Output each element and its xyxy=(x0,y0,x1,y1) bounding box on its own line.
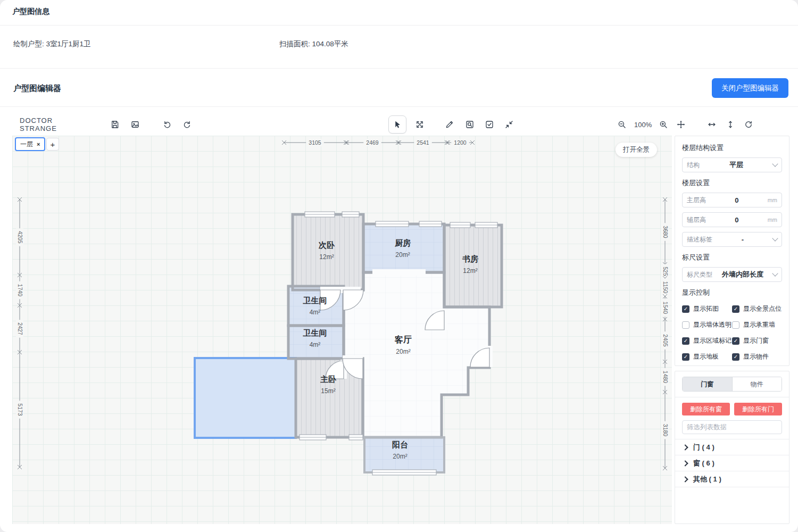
close-tab-icon[interactable]: × xyxy=(37,141,40,147)
panel-tab-active[interactable]: 门窗 xyxy=(683,377,732,391)
main-height-input[interactable]: 主层高 0 mm xyxy=(682,193,782,207)
checkbox-unchecked-icon[interactable] xyxy=(732,321,739,329)
zoom-in-icon[interactable] xyxy=(659,120,668,129)
aux-height-input[interactable]: 辅层高 0 mm xyxy=(682,212,782,227)
display-checkbox[interactable]: ✓显示门窗 xyxy=(732,336,782,345)
checkbox-label: 显示区域标记 xyxy=(693,336,732,345)
field-value: 0 xyxy=(706,216,768,224)
zoom-area-icon[interactable] xyxy=(465,120,475,129)
pencil-icon xyxy=(445,120,454,129)
dimension-label-group: 5173 xyxy=(16,401,23,419)
description-tag-select[interactable]: 描述标签 - xyxy=(682,232,782,247)
cursor-icon[interactable] xyxy=(388,115,406,134)
checkbox-checked-icon[interactable]: ✓ xyxy=(682,305,689,313)
room-area-label: 4m² xyxy=(310,341,321,348)
redo-icon[interactable] xyxy=(182,120,192,129)
pencil-icon[interactable] xyxy=(445,120,454,129)
display-checkbox[interactable]: ✓显示物件 xyxy=(732,352,782,361)
display-checkbox[interactable]: 显示墙体透明 xyxy=(682,320,732,329)
ruler-type-select[interactable]: 标尺类型 外墙内部长度 xyxy=(682,267,782,282)
move-icon xyxy=(415,120,425,129)
checkbox-checked-icon[interactable]: ✓ xyxy=(682,337,689,345)
checkbox-label: 显示门窗 xyxy=(743,336,769,345)
checkbox-label: 显示地板 xyxy=(693,352,719,361)
chevron-down-icon xyxy=(772,235,778,241)
display-checkbox[interactable]: ✓显示拓图 xyxy=(682,304,732,313)
resize-horizontal-icon xyxy=(707,120,717,129)
dimension-label-group: 4205 xyxy=(16,228,23,246)
display-checkbox[interactable]: ✓显示地板 xyxy=(682,352,732,361)
room-floor[interactable] xyxy=(363,224,444,272)
room-name-label: 卫生间 xyxy=(303,296,327,305)
display-checkbox[interactable]: ✓显示全景点位 xyxy=(732,304,782,313)
object-group-label: 其他 ( 1 ) xyxy=(693,475,721,484)
display-checkbox[interactable]: ✓显示区域标记 xyxy=(682,336,732,345)
export-image-icon[interactable] xyxy=(130,120,140,129)
chevron-down-icon xyxy=(772,270,778,276)
panel-tab-inactive[interactable]: 物件 xyxy=(732,377,782,391)
checkbox-label: 显示承重墙 xyxy=(743,320,775,329)
pan-icon[interactable] xyxy=(676,120,686,129)
structure-section-title: 楼层结构设置 xyxy=(682,143,782,153)
delete-all-doors-button[interactable]: 删除所有门 xyxy=(734,403,782,415)
add-floor-button[interactable]: + xyxy=(46,138,59,151)
dimension-label: 2427 xyxy=(17,322,23,335)
editor-title: 户型图编辑器 xyxy=(13,84,61,94)
delete-all-windows-button[interactable]: 删除所有窗 xyxy=(682,403,730,415)
checkbox-unchecked-icon[interactable] xyxy=(682,321,689,329)
open-panorama-button[interactable]: 打开全景 xyxy=(616,143,657,157)
room-floor[interactable] xyxy=(293,214,363,290)
resize-vertical-icon[interactable] xyxy=(726,120,735,129)
undo-icon[interactable] xyxy=(162,120,172,129)
undo-icon xyxy=(162,120,172,129)
resize-horizontal-icon[interactable] xyxy=(707,120,717,129)
checkbox-checked-icon[interactable]: ✓ xyxy=(682,353,689,361)
room-name-label: 厨房 xyxy=(394,238,411,247)
selected-area[interactable] xyxy=(195,358,296,438)
structure-select[interactable]: 结构 平层 xyxy=(682,157,782,172)
dimension-label-group: 1540 xyxy=(661,299,669,317)
room-area-label: 20m² xyxy=(396,348,410,355)
toolbar-zoom-group: 100% xyxy=(617,113,753,136)
dimension-label-group: 1480 xyxy=(661,368,669,386)
room-area-label: 4m² xyxy=(310,309,321,316)
object-group-row[interactable]: 窗 ( 6 ) xyxy=(675,455,789,471)
chevron-right-icon xyxy=(682,476,688,482)
multi-select-icon[interactable] xyxy=(485,120,494,129)
field-label: 辅层高 xyxy=(687,215,706,225)
chevron-right-icon xyxy=(682,460,688,466)
page-title: 户型图信息 xyxy=(12,7,49,16)
object-group-row[interactable]: 门 ( 4 ) xyxy=(675,439,789,455)
checkbox-checked-icon[interactable]: ✓ xyxy=(732,337,739,345)
editor-canvas[interactable]: 次卧12m²厨房20m²书房12m²卫生间4m²卫生间4m²客厅20m²主卧15… xyxy=(12,136,672,524)
project-name: DOCTOR STRANGE xyxy=(20,117,82,132)
collapse-icon[interactable] xyxy=(504,120,514,129)
dimension-label: 1480 xyxy=(662,371,669,384)
pan-icon xyxy=(676,120,686,129)
display-checkbox[interactable]: 显示承重墙 xyxy=(732,320,782,329)
zoom-out-icon[interactable] xyxy=(617,120,627,129)
object-group-row[interactable]: 其他 ( 1 ) xyxy=(675,471,789,487)
checkbox-checked-icon[interactable]: ✓ xyxy=(732,353,739,361)
move-icon[interactable] xyxy=(415,120,425,129)
object-group-label: 窗 ( 6 ) xyxy=(693,459,714,468)
room-floor[interactable] xyxy=(444,225,502,307)
dimension-label-group: 525 xyxy=(661,264,669,278)
wall-opening xyxy=(372,269,426,276)
field-value: - xyxy=(712,236,773,244)
redo-icon xyxy=(182,120,192,129)
reset-icon[interactable] xyxy=(744,120,753,129)
room-name-label: 书房 xyxy=(462,254,478,263)
field-label: 标尺类型 xyxy=(687,270,712,279)
toolbar-tools-group xyxy=(388,113,514,136)
save-icon[interactable] xyxy=(110,120,120,129)
dimension-label: 1150 xyxy=(662,281,669,294)
save-icon xyxy=(110,120,120,129)
chevron-right-icon xyxy=(682,444,688,450)
filter-input[interactable] xyxy=(682,420,782,434)
checkbox-checked-icon[interactable]: ✓ xyxy=(732,305,739,313)
field-value: 0 xyxy=(706,196,768,204)
floor-tab[interactable]: 一层 × xyxy=(15,137,45,151)
close-editor-button[interactable]: 关闭户型图编辑器 xyxy=(712,78,788,98)
dimension-label: 1200 xyxy=(454,139,467,146)
